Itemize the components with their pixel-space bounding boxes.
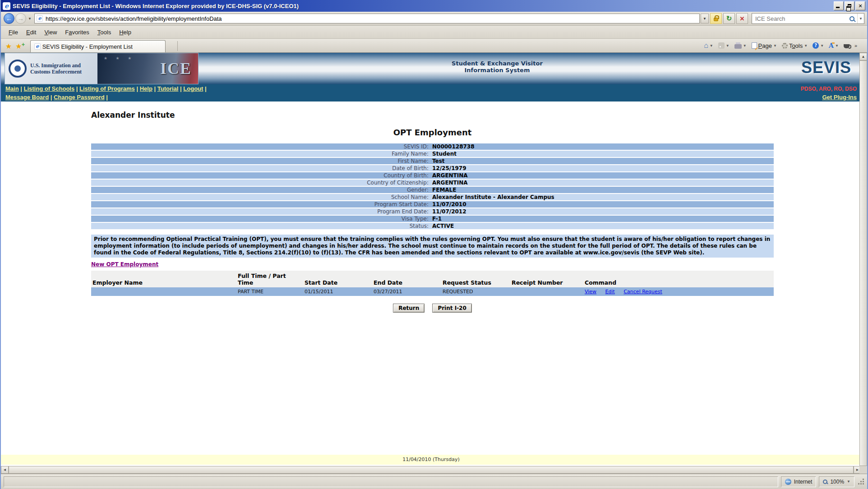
feeds-button[interactable]: ▼ [716,42,731,50]
menu-favorites[interactable]: Favorites [61,27,93,37]
restore-icon [848,4,851,7]
student-row: School Name:Alexander Institute - Alexan… [91,194,774,200]
student-row: Gender:FEMALE [91,187,774,193]
print-button[interactable]: ▼ [733,42,748,50]
student-row: Program End Date:11/07/2012 [91,208,774,215]
history-dropdown-icon[interactable]: ▼ [26,17,33,21]
nav-logout[interactable]: Logout [183,85,208,92]
new-opt-employment-link[interactable]: New OPT Employment [91,261,158,268]
page-title: OPT Employment [91,128,774,137]
student-row: First Name:Test [91,158,774,164]
system-name: Student & Exchange Visitor Information S… [389,60,605,74]
edit-link[interactable]: Edit [605,289,615,295]
horizontal-scrollbar[interactable]: ◄ ► [1,466,861,474]
search-icon[interactable] [850,16,854,21]
header-receipt-number: Receipt Number [510,271,583,287]
add-favorite-icon[interactable]: ★ [14,42,24,52]
student-row: Date of Birth:12/25/1979 [91,165,774,171]
menu-tools[interactable]: Tools [93,27,115,37]
dhs-seal-icon [9,60,27,78]
tools-menu-button[interactable]: Tools▼ [780,42,809,50]
zoom-panel[interactable]: 100% ▼ [819,476,854,487]
header-request-status: Request Status [441,271,510,287]
fonts-button[interactable]: A▼ [827,41,840,50]
java-console-button[interactable] [842,42,851,49]
ice-photo-collage: ICE [97,53,198,84]
nav-main[interactable]: Main [5,85,24,92]
cell-start-date: 01/15/2011 [303,287,372,296]
minimize-button[interactable] [834,1,844,10]
menu-view[interactable]: View [40,27,61,37]
rss-feed-icon [718,42,725,49]
scrollbar-corner [859,466,867,474]
nav-listing-of-programs[interactable]: Listing of Programs [79,85,140,92]
vertical-scrollbar[interactable]: ▲ ▼ [859,53,867,474]
search-dropdown-icon[interactable]: ▼ [857,14,864,23]
cell-command: View Edit Cancel Request [583,287,774,296]
forward-button[interactable]: → [15,13,26,24]
view-link[interactable]: View [585,289,596,295]
tab-bar: ★ ★ e SEVIS Eligibility - Employment Lis… [1,39,867,53]
menu-file[interactable]: File [5,27,22,37]
scroll-left-icon[interactable]: ◄ [1,466,9,474]
agency-name: U.S. Immigration and Customs Enforcement [30,62,97,75]
student-info-table: SEVIS ID:N0000128738 Family Name:Student… [91,143,774,229]
refresh-icon: ↻ [726,14,732,23]
url-input[interactable] [45,15,697,23]
search-input[interactable] [754,15,849,23]
student-row: Country of Citizenship:ARGENTINA [91,180,774,186]
favorites-star-icon[interactable]: ★ [1,42,14,52]
home-icon: ⌂ [704,42,708,50]
nav-help[interactable]: Help [140,85,157,92]
stop-button[interactable]: ✕ [736,13,748,24]
header-full-part-time: Full Time / Part Time [236,271,303,287]
cell-request-status: REQUESTED [441,287,510,296]
search-box: ▼ [752,13,864,24]
cell-full-part-time: PART TIME [236,287,303,296]
ie-logo-icon: e [3,2,10,10]
employment-header-row: Employer Name Full Time / Part Time Star… [91,271,774,287]
header-end-date: End Date [372,271,441,287]
menu-help[interactable]: Help [115,27,135,37]
student-row: Program Start Date:11/07/2010 [91,201,774,208]
cell-receipt-number [510,287,583,296]
vertical-scroll-thumb[interactable] [859,60,867,466]
return-button[interactable]: Return [393,304,425,313]
home-button[interactable]: ⌂▼ [702,41,715,51]
toolbar-overflow-chevron-icon[interactable]: » [853,43,857,48]
get-plugins-link[interactable]: Get Plug-Ins [822,94,857,101]
back-button[interactable]: ← [4,13,14,24]
resize-grip[interactable] [858,479,864,485]
nav-change-password[interactable]: Change Password [54,94,110,101]
security-lock-button[interactable] [710,13,722,24]
nav-tutorial[interactable]: Tutorial [157,85,184,92]
security-zone-panel: Internet [781,476,817,487]
menu-edit[interactable]: Edit [22,27,40,37]
address-dropdown-button[interactable]: ▼ [701,14,709,23]
stop-icon: ✕ [740,15,745,22]
page-favicon-icon: e [37,15,43,22]
scroll-up-icon[interactable]: ▲ [859,53,867,60]
opt-rules-notice: Prior to recommending Optional Practical… [91,235,774,258]
horizontal-scroll-thumb[interactable] [9,466,854,474]
printer-icon [734,44,742,49]
nav-message-board[interactable]: Message Board [5,94,54,101]
nav-listing-of-schools[interactable]: Listing of Schools [24,85,80,92]
sevis-header-banner: U.S. Immigration and Customs Enforcement… [1,53,861,84]
zoom-dropdown-icon[interactable]: ▼ [847,480,850,484]
main-nav-bar: Main Listing of Schools Listing of Progr… [1,84,861,101]
cancel-request-link[interactable]: Cancel Request [623,289,662,295]
refresh-button[interactable]: ↻ [723,13,735,24]
help-menu-button[interactable]: ?▼ [811,42,826,50]
page-menu-button[interactable]: Page▼ [750,42,779,50]
tools-menu-label: Tools [789,42,803,49]
action-buttons: Return Print I-20 [91,303,774,313]
restore-button[interactable] [845,1,854,10]
internet-globe-icon [785,479,791,485]
tab-sevis-employment-list[interactable]: e SEVIS Eligibility - Employment List [30,40,166,52]
close-button[interactable]: ✕ [855,1,865,10]
student-row: Visa Type:F-1 [91,216,774,222]
employment-row: PART TIME 01/15/2011 03/27/2011 REQUESTE… [91,287,774,296]
print-i20-button[interactable]: Print I-20 [432,304,471,313]
cell-end-date: 03/27/2011 [372,287,441,296]
